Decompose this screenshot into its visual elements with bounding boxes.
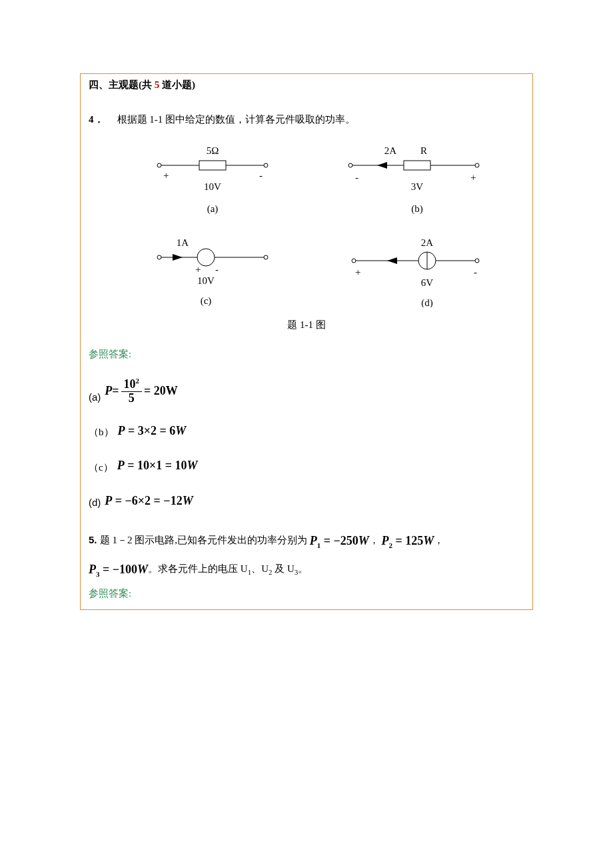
- diag-b-label: (b): [411, 203, 423, 215]
- answer-a-frac: 102 5: [121, 377, 143, 405]
- answer-d-label: (d): [89, 495, 101, 511]
- q4-intro: 4．根据题 1-1 图中给定的数值，计算各元件吸取的功率。: [89, 111, 524, 127]
- svg-marker-13: [173, 254, 183, 261]
- answer-c: （c） P = 10×1 = 10W: [89, 456, 524, 475]
- q5-sep2: ，: [434, 535, 444, 545]
- q5-p3: P3 = −100W: [89, 563, 148, 576]
- figure-caption: 题 1-1 图: [89, 317, 524, 333]
- answer-a-label: (a): [89, 389, 101, 405]
- diag-a-top: 5Ω: [207, 145, 219, 156]
- question-4: 4．根据题 1-1 图中给定的数值，计算各元件吸取的功率。 5Ω + - 10V…: [89, 111, 524, 511]
- svg-point-5: [348, 163, 352, 167]
- answer-a-numv: 10: [124, 377, 136, 391]
- diag-c-val: 10V: [197, 275, 215, 286]
- section-header: 四、主观题(共 5 道小题): [89, 77, 524, 93]
- diagram-b: 2A R - + 3V (b): [330, 142, 498, 215]
- diag-b-minus: -: [355, 172, 358, 183]
- question-5: 5. 题 1－2 图示电路,已知各元件发出的功率分别为 P1 = −250W， …: [89, 527, 524, 584]
- answer-a-num: 102: [121, 377, 143, 392]
- svg-marker-19: [387, 257, 397, 264]
- diag-b-val: 3V: [411, 181, 424, 192]
- diag-b-r: R: [420, 145, 427, 156]
- q4-number: 4．: [89, 114, 104, 125]
- answer-b: （b） P = 3×2 = 6W: [89, 421, 524, 441]
- answer-d: (d) P = −6×2 = −12W: [89, 491, 524, 511]
- diagram-c: 1A + - 10V (c): [129, 234, 297, 307]
- diag-b-cur: 2A: [384, 145, 397, 156]
- answer-d-math: P = −6×2 = −12W: [105, 491, 193, 511]
- answer-c-label: （c）: [89, 459, 113, 475]
- q5-text-pre: 题 1－2 图示电路,已知各元件发出的功率分别为: [100, 535, 310, 545]
- answer-a-math: P = 102 5 = 20W: [105, 377, 178, 405]
- diagram-a: 5Ω + - 10V (a): [129, 142, 297, 215]
- svg-point-0: [157, 163, 161, 167]
- svg-point-10: [475, 163, 479, 167]
- svg-point-16: [264, 255, 268, 259]
- q5-sep1: ，: [369, 535, 379, 545]
- diag-d-plus: +: [355, 267, 360, 277]
- answer-a-eq1: =: [112, 381, 119, 401]
- diag-b-plus: +: [470, 172, 476, 183]
- content-frame: 四、主观题(共 5 道小题) 4．根据题 1-1 图中给定的数值，计算各元件吸取…: [80, 73, 533, 610]
- q4-text: 根据题 1-1 图中给定的数值，计算各元件吸取的功率。: [117, 114, 356, 125]
- answer-a-exp: 2: [136, 377, 140, 385]
- svg-rect-8: [404, 161, 430, 170]
- diag-d-minus: -: [474, 267, 477, 277]
- diag-c-cur: 1A: [177, 237, 189, 248]
- svg-rect-2: [199, 161, 226, 170]
- answer-a-den: 5: [126, 392, 137, 405]
- q5-number: 5.: [89, 534, 100, 545]
- diag-a-minus: -: [259, 170, 263, 181]
- diag-c-minus: -: [215, 264, 219, 275]
- svg-point-4: [264, 163, 268, 167]
- diag-c-plus: +: [195, 264, 201, 275]
- diag-a-plus: +: [163, 170, 169, 181]
- answer-a: (a) P = 102 5 = 20W: [89, 377, 524, 405]
- answer-c-math: P = 10×1 = 10W: [117, 456, 198, 475]
- diag-a-val: 10V: [204, 181, 221, 192]
- diag-d-val: 6V: [421, 277, 434, 288]
- svg-point-23: [475, 259, 479, 263]
- svg-marker-7: [377, 162, 387, 169]
- q5-p2: P2 = 125W: [381, 534, 434, 547]
- diag-d-cur: 2A: [421, 237, 434, 248]
- answer-b-label: （b）: [89, 424, 114, 440]
- diag-c-label: (c): [201, 295, 212, 307]
- answer-a-lhs: P: [105, 381, 112, 401]
- diag-a-label: (a): [207, 203, 219, 215]
- svg-point-17: [352, 259, 356, 263]
- diag-d-label: (d): [421, 297, 433, 307]
- svg-point-11: [157, 255, 161, 259]
- answer-a-rhs: = 20W: [144, 381, 178, 401]
- q5-tail: 。求各元件上的电压 U1、U2 及 U3。: [148, 563, 308, 574]
- diagram-d: 2A + - 6V (d): [330, 234, 498, 307]
- diagram-grid: 5Ω + - 10V (a) 2A R: [129, 142, 498, 307]
- section-suffix: 道小题): [159, 79, 195, 90]
- q5-p1: P1 = −250W: [310, 534, 369, 547]
- q5-answer-label: 参照答案:: [89, 585, 524, 601]
- q4-answer-label: 参照答案:: [89, 346, 524, 362]
- section-prefix: 四、主观题(共: [89, 79, 155, 90]
- answer-b-math: P = 3×2 = 6W: [118, 421, 187, 441]
